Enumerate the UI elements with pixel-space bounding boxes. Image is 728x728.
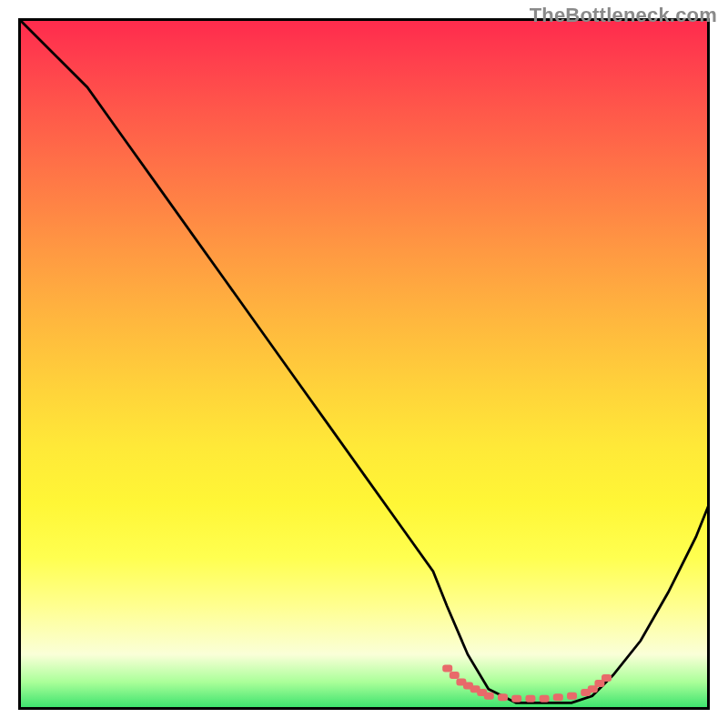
marker-dot bbox=[525, 695, 535, 703]
marker-dot bbox=[498, 693, 508, 701]
marker-dot bbox=[442, 664, 452, 672]
chart-svg bbox=[18, 18, 710, 710]
marker-dot bbox=[484, 693, 494, 700]
bottleneck-curve-line bbox=[18, 18, 710, 703]
plot-area bbox=[18, 18, 710, 710]
marker-dot bbox=[602, 674, 612, 682]
marker-dot bbox=[540, 695, 550, 703]
marker-dot bbox=[511, 695, 521, 703]
marker-dot bbox=[450, 672, 460, 679]
marker-dot bbox=[553, 693, 563, 701]
marker-dot bbox=[567, 693, 577, 700]
watermark-text: TheBottleneck.com bbox=[530, 4, 717, 27]
chart-container: TheBottleneck.com bbox=[0, 0, 728, 728]
curve-path bbox=[18, 18, 710, 703]
